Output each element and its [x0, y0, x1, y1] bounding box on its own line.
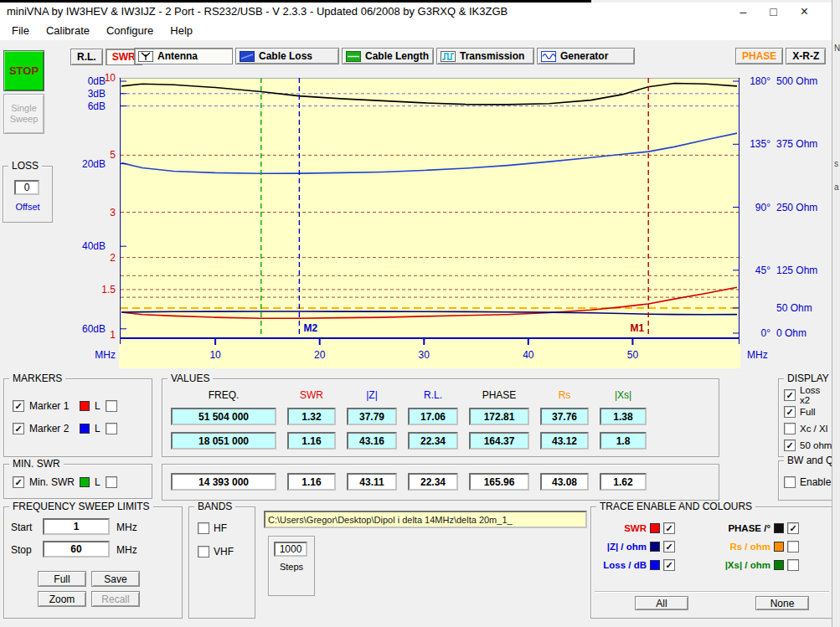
stop-button[interactable]: STOP	[3, 50, 44, 91]
loss-offset-label[interactable]: Offset	[3, 202, 52, 212]
mode-button-label: Transmission	[460, 50, 524, 62]
trace-z	[121, 311, 737, 315]
mode-button-transmission[interactable]: Transmission	[436, 48, 534, 64]
right-axis-label: 45°125 Ohm	[744, 265, 817, 276]
sweep-zoom-button[interactable]: Zoom	[38, 591, 86, 607]
trace-color-swatch-loss-db[interactable]	[650, 560, 660, 570]
trace-checkbox-loss-db[interactable]: ✓	[663, 559, 675, 571]
y-axis-swr-label: 5	[90, 149, 116, 161]
values-header-xs: |Xs|	[600, 389, 647, 401]
trace-color-swatch-z-ohm[interactable]	[650, 542, 660, 552]
file-path-input[interactable]	[264, 511, 587, 528]
right-axis-deg: 135°	[744, 138, 770, 150]
min-swr-checkbox[interactable]: ✓	[13, 476, 24, 488]
marker-color-swatch[interactable]	[80, 424, 90, 434]
marker-label: Marker 2	[29, 423, 75, 434]
min-swr-l-label: L	[95, 476, 100, 488]
right-axis-deg: 0°	[744, 327, 770, 339]
trace-item-z-ohm: |Z| / ohm✓	[596, 539, 714, 553]
values-cell: 37.79	[347, 408, 397, 425]
marker-color-swatch[interactable]	[80, 401, 90, 411]
trace-loss	[121, 133, 737, 173]
band-checkbox-hf[interactable]	[198, 522, 209, 534]
menu-item-file[interactable]: File	[3, 23, 38, 39]
values-cell: 43.16	[347, 432, 397, 450]
display-checkbox-loss-x2[interactable]: ✓	[784, 389, 796, 401]
trace-item-xs-ohm: |Xs| / ohm	[714, 558, 799, 572]
right-axis-label: 50 Ohm	[744, 302, 812, 314]
x-axis-label: 10	[204, 349, 227, 361]
loss-offset-field[interactable]: 0	[14, 180, 39, 195]
display-checkbox-50-ohm[interactable]: ✓	[784, 439, 796, 451]
values-header-rs: Rs	[540, 389, 589, 401]
mode-button-cable-length[interactable]: Cable Length	[342, 48, 434, 64]
tab-x-r-z[interactable]: X-R-Z	[786, 48, 826, 64]
menu-item-help[interactable]: Help	[162, 23, 201, 39]
tab-phase[interactable]: PHASE	[735, 48, 783, 64]
band-option-vhf: VHF	[198, 546, 234, 558]
values-cell: 164.37	[469, 432, 529, 450]
trace-color-swatch-rs-ohm[interactable]	[774, 542, 784, 552]
mode-button-cable-loss[interactable]: Cable Loss	[235, 48, 339, 64]
display-checkbox-full[interactable]: ✓	[784, 406, 796, 418]
right-axis-label: 90°250 Ohm	[744, 202, 817, 213]
mode-button-generator[interactable]: Generator	[537, 48, 635, 64]
menu-item-calibrate[interactable]: Calibrate	[38, 23, 98, 39]
right-axis-ohm: 0 Ohm	[776, 327, 807, 339]
trace-checkbox-rs-ohm[interactable]	[787, 541, 799, 552]
steps-field[interactable]: 1000	[274, 542, 307, 557]
tab-r-l[interactable]: R.L.	[70, 49, 103, 65]
display-checkbox-xc-xl[interactable]	[784, 423, 796, 434]
sweep-save-button[interactable]: Save	[91, 571, 140, 587]
y-axis-db-label: 40dB	[70, 240, 106, 252]
sweep-stop-unit: MHz	[116, 544, 137, 556]
trace-color-swatch-xs-ohm[interactable]	[774, 560, 784, 570]
trace-checkbox-xs-ohm[interactable]	[787, 559, 799, 571]
sweep-start-input[interactable]	[43, 518, 110, 535]
right-axis-label: 0°0 Ohm	[744, 327, 807, 339]
sweep-stop-input[interactable]	[43, 541, 110, 558]
bwq-enable-label: Enable	[800, 476, 831, 488]
marker-enable-checkbox[interactable]: ✓	[13, 423, 24, 434]
bw-and-q-title: BW and Q	[784, 455, 837, 466]
trace-all-button[interactable]: All	[635, 596, 688, 610]
marker-l-checkbox[interactable]	[106, 423, 117, 434]
cable-loss-icon	[240, 51, 255, 62]
values-cell: 1.8	[600, 432, 647, 450]
chart-plot[interactable]: M1M2	[119, 78, 740, 368]
trace-row: |Z| / ohm✓Rs / ohm	[596, 539, 799, 553]
marker-enable-checkbox[interactable]: ✓	[13, 400, 24, 412]
markers-panel-title: MARKERS	[9, 373, 65, 384]
min-swr-l-checkbox[interactable]	[106, 476, 117, 488]
band-checkbox-vhf[interactable]	[198, 546, 209, 558]
trace-none-button[interactable]: None	[755, 596, 809, 610]
min-swr-row: ✓Min. SWRL	[13, 475, 117, 488]
single-sweep-button[interactable]: Single Sweep	[3, 94, 44, 134]
mode-button-antenna[interactable]: Antenna	[134, 48, 233, 64]
marker-l-checkbox[interactable]	[106, 400, 117, 412]
sweep-full-button[interactable]: Full	[38, 571, 86, 587]
display-option-xc-xl: Xc / Xl	[784, 423, 832, 434]
trace-color-swatch-swr[interactable]	[650, 523, 660, 533]
maximize-icon[interactable]: □	[770, 5, 776, 18]
trace-checkbox-swr[interactable]: ✓	[663, 522, 675, 534]
right-axis-ohm: 375 Ohm	[776, 138, 817, 150]
mode-button-label: Generator	[560, 50, 608, 62]
close-icon[interactable]: ×	[801, 4, 808, 19]
right-axis-ohm: 125 Ohm	[776, 265, 817, 276]
min-swr-values-cell: 43.08	[540, 473, 589, 491]
x-axis-label: 30	[412, 349, 435, 361]
bwq-enable-checkbox[interactable]	[784, 476, 796, 488]
x-axis-unit-right: MHz	[747, 349, 768, 361]
chart-area[interactable]: M1M2	[119, 78, 740, 368]
trace-checkbox-phase[interactable]: ✓	[787, 522, 799, 534]
values-header-phase: PHASE	[469, 389, 529, 401]
menu-item-configure[interactable]: Configure	[98, 23, 162, 39]
min-swr-values-cell: 14 393 000	[171, 473, 276, 491]
cable-length-icon	[346, 51, 361, 62]
min-swr-color-swatch[interactable]	[80, 477, 90, 487]
trace-checkbox-z-ohm[interactable]: ✓	[663, 541, 675, 552]
minimize-icon[interactable]: –	[740, 5, 746, 18]
x-axis-label: 20	[308, 349, 332, 361]
trace-color-swatch-phase[interactable]	[774, 523, 784, 533]
